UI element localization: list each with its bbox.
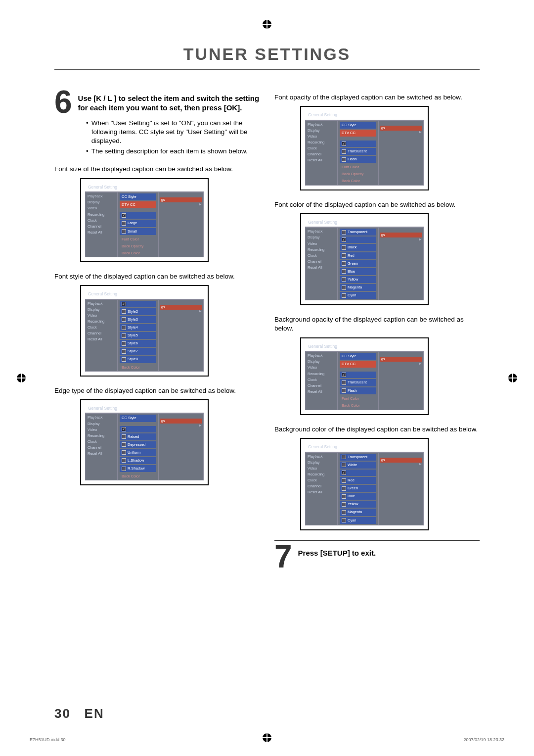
osd-option-label: Style6: [128, 341, 138, 346]
osd-option-list: CC StyleDTV CCLargeSmallFont ColorBack O…: [118, 192, 158, 257]
osd-option: Uniform: [120, 449, 156, 456]
osd-option-label: Translucent: [348, 380, 367, 385]
osd-side-item: Reset All: [88, 451, 117, 457]
osd-side-item: Channel: [308, 151, 337, 157]
osd-side-item: Display: [88, 421, 117, 427]
osd-side-item: Video: [88, 313, 117, 319]
osd-faded-item: Font Color: [340, 395, 376, 402]
registration-mark-icon: [262, 19, 272, 30]
osd-title: General Setting: [85, 290, 204, 299]
section-description: Background opacity of the displayed capt…: [274, 315, 480, 333]
osd-option-label: Green: [348, 261, 358, 266]
svg-rect-11: [512, 373, 513, 383]
osd-value-pane: gs: [378, 453, 423, 525]
osd-option-label: Red: [348, 478, 355, 483]
osd-option-label: Yellow: [348, 277, 358, 282]
osd-side-list: PlaybackDisplayVideoRecordingClockChanne…: [86, 414, 118, 480]
osd-faded-item: Font Color: [340, 164, 376, 171]
osd-item-cc: CC Style: [340, 122, 376, 129]
step-number: 7: [274, 543, 292, 571]
osd-option: Red: [340, 252, 376, 259]
osd-option: Style2: [120, 308, 156, 315]
osd-side-item: Display: [308, 235, 337, 240]
osd-option: Flash: [340, 387, 376, 394]
osd-side-item: Display: [308, 359, 337, 365]
osd-option-label: Flash: [348, 157, 356, 162]
osd-option: Style8: [120, 356, 156, 363]
osd-option-checked: [340, 141, 376, 147]
osd-side-item: Display: [308, 460, 337, 466]
osd-value-pane: gs: [378, 352, 423, 410]
osd-faded-item: Back Color: [120, 364, 156, 371]
osd-side-item: Channel: [88, 331, 117, 336]
osd-side-list: PlaybackDisplayVideoRecordingClockChanne…: [86, 300, 118, 371]
osd-side-item: Channel: [88, 445, 117, 451]
osd-side-item: Display: [88, 307, 117, 313]
svg-rect-8: [21, 373, 22, 383]
osd-option-label: Magenta: [348, 285, 362, 290]
osd-option-label: Small: [128, 229, 137, 234]
page-number: 30: [54, 706, 71, 721]
osd-value-pane: gs: [158, 192, 203, 257]
osd-side-item: Recording: [308, 371, 337, 377]
osd-title: General Setting: [305, 218, 424, 227]
osd-option-label: Transparent: [348, 455, 367, 460]
osd-side-item: Recording: [88, 319, 117, 325]
osd-option-label: R.Shadow: [128, 466, 145, 471]
osd-option-label: Style7: [128, 349, 138, 354]
osd-screenshot: General Setting PlaybackDisplayVideoReco…: [80, 285, 209, 376]
osd-side-item: Channel: [308, 259, 337, 265]
section-description: Font opacity of the displayed caption ca…: [274, 93, 480, 102]
osd-option: Translucent: [340, 379, 376, 386]
osd-screenshot: General Setting PlaybackDisplayVideoReco…: [80, 178, 209, 262]
osd-option-label: Style5: [128, 333, 138, 338]
osd-side-item: Channel: [308, 483, 337, 489]
osd-title: General Setting: [305, 111, 424, 120]
osd-side-item: Video: [88, 427, 117, 433]
osd-side-item: Playback: [308, 122, 337, 128]
osd-side-item: Playback: [308, 229, 337, 235]
osd-side-item: Display: [308, 128, 337, 134]
osd-option: Style6: [120, 340, 156, 347]
osd-option: Raised: [120, 433, 156, 440]
osd-faded-item: Back Color: [120, 250, 156, 257]
osd-screenshot: General Setting PlaybackDisplayVideoReco…: [300, 438, 429, 530]
osd-side-list: PlaybackDisplayVideoRecordingClockChanne…: [306, 352, 338, 410]
section-description: Background color of the displayed captio…: [274, 425, 480, 434]
osd-option-checked: [120, 426, 156, 432]
osd-title: General Setting: [85, 183, 204, 192]
osd-option-label: Style8: [128, 357, 138, 362]
osd-side-item: Video: [308, 241, 337, 247]
osd-option-label: Yellow: [348, 502, 358, 507]
osd-side-item: Channel: [88, 224, 117, 230]
osd-option: Depressed: [120, 441, 156, 448]
osd-side-item: Recording: [308, 140, 337, 145]
osd-item-dtv: DTV CC: [120, 201, 156, 208]
osd-item-dtv: DTV CC: [340, 130, 376, 137]
osd-side-item: Video: [88, 205, 117, 211]
osd-option: Red: [340, 477, 376, 484]
osd-option-checked: [120, 212, 156, 219]
osd-screenshot: General Setting PlaybackDisplayVideoReco…: [300, 337, 429, 415]
step-instruction: Use [K / L ] to select the item and swit…: [78, 90, 260, 113]
osd-side-item: Clock: [308, 377, 337, 383]
osd-option: Translucent: [340, 148, 376, 155]
osd-option: Yellow: [340, 276, 376, 283]
osd-option: Blue: [340, 268, 376, 275]
page-footer: 30 EN: [54, 706, 104, 721]
osd-side-item: Recording: [88, 433, 117, 439]
osd-option-checked: [120, 301, 156, 307]
osd-option: Green: [340, 260, 376, 267]
bullet-item: When "User Setting" is set to "ON", you …: [86, 119, 260, 146]
osd-option-label: Style4: [128, 325, 138, 330]
osd-option-label: Magenta: [348, 510, 362, 515]
registration-mark-icon: [16, 373, 27, 383]
osd-option: Style7: [120, 348, 156, 355]
osd-title: General Setting: [305, 342, 424, 351]
osd-option: R.Shadow: [120, 465, 156, 472]
osd-value-pane: gs: [158, 414, 203, 480]
osd-option: Black: [340, 244, 376, 251]
osd-option: Style4: [120, 324, 156, 331]
osd-side-item: Clock: [308, 145, 337, 151]
step-7: 7 Press [SETUP] to exit.: [274, 545, 480, 571]
